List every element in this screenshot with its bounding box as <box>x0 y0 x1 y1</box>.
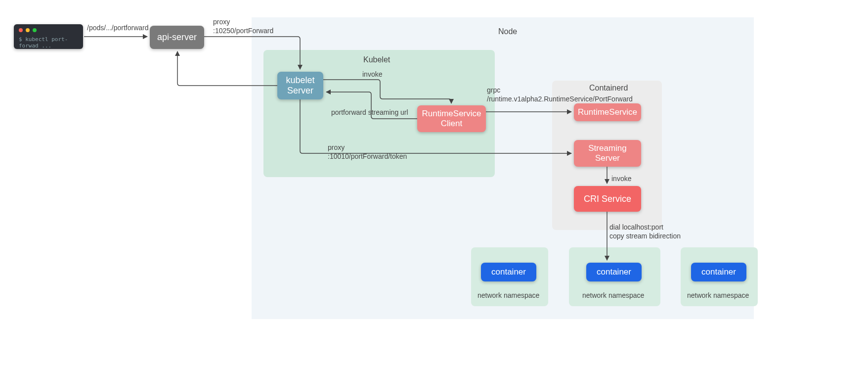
edge-label-dial: dial localhost:port copy stream bidirect… <box>609 223 681 240</box>
netns-label-1: network namespace <box>477 291 539 300</box>
runtime-service-box: RuntimeService <box>574 103 641 121</box>
api-server-box: api-server <box>150 26 204 49</box>
terminal: $ kubectl port-forwad ... <box>14 24 83 49</box>
container-box-1: container <box>481 263 536 281</box>
runtime-service-client-box: RuntimeService Client <box>417 105 486 132</box>
kubelet-server-box: kubelet Server <box>277 72 323 99</box>
terminal-dot-red <box>19 28 23 32</box>
edge-label-proxy10250: proxy :10250/portForward <box>213 17 273 35</box>
kubelet-title: Kubelet <box>363 55 390 65</box>
edge-label-proxy10010: proxy :10010/portForward/token <box>328 143 407 161</box>
container-box-3: container <box>691 263 746 281</box>
terminal-dot-green <box>33 28 37 32</box>
edge-label-invoke-2: invoke <box>611 174 631 183</box>
edge-label-streaming-url: portforward streaming url <box>331 108 408 117</box>
streaming-server-box: Streaming Server <box>574 140 641 167</box>
container-box-2: container <box>586 263 642 281</box>
edge-label-grpc: grpc /runtime.v1alpha2.RuntimeService/Po… <box>487 86 633 103</box>
terminal-dot-yellow <box>26 28 30 32</box>
netns-label-2: network namespace <box>582 291 644 300</box>
cri-service-box: CRI Service <box>574 186 641 212</box>
node-title: Node <box>498 27 517 37</box>
edge-label-invoke-1: invoke <box>362 70 382 79</box>
terminal-command: $ kubectl port-forwad ... <box>19 36 78 49</box>
terminal-dots <box>19 28 78 32</box>
edge-label-pods: /pods/.../portforward <box>87 23 149 32</box>
netns-label-3: network namespace <box>687 291 749 300</box>
